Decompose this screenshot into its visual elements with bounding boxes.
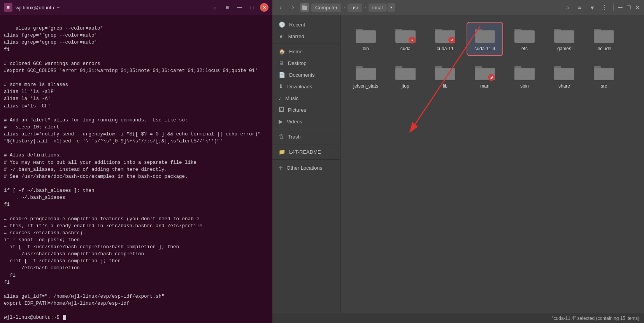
fm-sidebar: 🕐 Recent ★ Starred 🏠 Home 🖥 Desktop 📄 Do…: [272, 15, 340, 313]
svg-rect-15: [476, 31, 494, 42]
fm-maximize-button[interactable]: □: [625, 4, 632, 11]
sidebar-label-videos: Videos: [287, 119, 302, 125]
sidebar-divider-3: [272, 144, 340, 144]
terminal-text: alias grep='grep --color=auto' alias fgr…: [4, 26, 264, 306]
folder-name-cuda-11-4: cuda-11.4: [474, 46, 495, 52]
folder-item-jetson_stats[interactable]: jetson_stats: [348, 60, 383, 93]
folder-name-jetson_stats: jetson_stats: [353, 83, 378, 90]
folder-name-src: src: [601, 83, 607, 90]
terminal-titlebar: ⊞ wjl-linux@ubuntu: ~ ⌕ ≡ ─ □ ✕: [0, 0, 272, 15]
fm-statusbar: "cuda-11.4" selected (containing 15 item…: [272, 313, 644, 323]
fm-minimize-button[interactable]: ─: [617, 4, 624, 11]
folder-item-cuda[interactable]: cuda: [388, 23, 423, 55]
folder-name-cuda: cuda: [400, 46, 411, 52]
folder-name-share: share: [558, 83, 570, 90]
breadcrumb-local[interactable]: local: [369, 4, 387, 12]
terminal-title-left: ⊞ wjl-linux@ubuntu: ~: [4, 3, 60, 12]
folder-item-games[interactable]: games: [547, 23, 582, 55]
fm-menu-button[interactable]: ⋮: [599, 2, 610, 13]
folder-icon-man: [474, 63, 496, 82]
breadcrumb-computer[interactable]: Computer: [311, 4, 341, 12]
folder-name-etc: etc: [521, 46, 528, 52]
sidebar-label-music: Music: [285, 95, 298, 101]
desktop-icon: 🖥: [279, 60, 284, 66]
terminal-window: ⊞ wjl-linux@ubuntu: ~ ⌕ ≡ ─ □ ✕ alias gr…: [0, 0, 272, 323]
sidebar-item-documents[interactable]: 📄 Documents: [272, 69, 340, 81]
folder-item-man[interactable]: man: [467, 60, 502, 93]
folder-icon-sbin: [514, 63, 535, 82]
folder-item-cuda-11-4[interactable]: cuda-11.4: [467, 23, 502, 55]
trash-icon: 🗑: [279, 133, 284, 140]
breadcrumb-dropdown[interactable]: ▾: [388, 3, 395, 12]
pictures-icon: 🖼: [279, 107, 284, 113]
folder-icon-src: [593, 63, 615, 82]
sidebar-label-pictures: Pictures: [288, 107, 306, 113]
fm-main-content: bin cuda cuda-11 cuda-11.4 etc games inc…: [340, 15, 644, 313]
folder-item-sbin[interactable]: sbin: [507, 60, 542, 93]
terminal-menu-button[interactable]: ≡: [223, 3, 232, 12]
fm-sort-button[interactable]: ▾: [587, 2, 598, 13]
fm-back-button[interactable]: ‹: [275, 2, 286, 12]
sidebar-label-downloads: Downloads: [287, 84, 312, 90]
shortcut-badge-cuda-11: [448, 37, 455, 44]
sidebar-divider-2: [272, 129, 340, 129]
l4t-icon: 📁: [279, 149, 285, 155]
folder-item-share[interactable]: share: [547, 60, 582, 93]
folder-icon-include: [593, 26, 615, 44]
svg-rect-1: [302, 5, 305, 7]
folder-icon-games: [553, 26, 575, 44]
fm-close-button[interactable]: ✕: [634, 4, 641, 11]
folder-name-cuda-11: cuda-11: [437, 46, 453, 52]
sidebar-label-l4t: L4T-README: [289, 149, 321, 155]
folder-name-lib: lib: [443, 83, 447, 90]
shortcut-badge-man: [488, 74, 495, 81]
fm-forward-button[interactable]: ›: [288, 2, 298, 12]
sidebar-item-downloads[interactable]: ⬇ Downloads: [272, 81, 340, 92]
sidebar-item-l4t[interactable]: 📁 L4T-README: [272, 146, 340, 158]
folder-item-jtop[interactable]: jtop: [388, 60, 423, 93]
fm-search-button[interactable]: ⌕: [562, 2, 573, 13]
folder-item-lib[interactable]: lib: [428, 60, 463, 93]
folder-name-bin: bin: [363, 46, 369, 52]
sidebar-item-videos[interactable]: ▶ Videos: [272, 116, 340, 127]
svg-rect-40: [515, 68, 534, 79]
svg-rect-46: [595, 68, 613, 79]
documents-icon: 📄: [279, 72, 285, 78]
sidebar-item-home[interactable]: 🏠 Home: [272, 46, 340, 57]
folder-item-etc[interactable]: etc: [507, 23, 542, 55]
sidebar-label-trash: Trash: [288, 134, 301, 140]
folder-icon-cuda: [395, 26, 416, 44]
folder-item-src[interactable]: src: [586, 60, 621, 93]
file-manager-window: ‹ › Computer › usr › local ▾ ⌕ ≡ ▾ ⋮ ─ □…: [272, 0, 644, 323]
svg-rect-24: [595, 31, 613, 42]
sidebar-item-trash[interactable]: 🗑 Trash: [272, 131, 340, 142]
sidebar-item-pictures[interactable]: 🖼 Pictures: [272, 104, 340, 116]
sidebar-label-home: Home: [289, 49, 303, 54]
folder-item-cuda-11[interactable]: cuda-11: [428, 23, 463, 55]
terminal-close-button[interactable]: ✕: [260, 3, 268, 12]
terminal-icon: ⊞: [4, 3, 12, 12]
shortcut-badge-cuda: [409, 37, 416, 44]
folder-name-sbin: sbin: [520, 83, 529, 90]
terminal-minimize-button[interactable]: ─: [235, 3, 244, 12]
fm-listview-button[interactable]: ≡: [574, 2, 585, 13]
sidebar-item-music[interactable]: ♪ Music: [272, 92, 340, 104]
terminal-search-button[interactable]: ⌕: [210, 3, 219, 12]
folder-icon-cuda-11: [434, 26, 456, 44]
terminal-content[interactable]: alias grep='grep --color=auto' alias fgr…: [0, 15, 272, 323]
other-add-icon: +: [279, 164, 283, 172]
folder-name-include: include: [597, 46, 611, 52]
svg-marker-12: [451, 39, 453, 41]
svg-rect-43: [555, 68, 574, 79]
music-icon: ♪: [279, 95, 281, 101]
fm-body: 🕐 Recent ★ Starred 🏠 Home 🖥 Desktop 📄 Do…: [272, 15, 644, 313]
folder-item-include[interactable]: include: [586, 23, 621, 55]
breadcrumb-usr[interactable]: usr: [347, 4, 362, 12]
sidebar-item-starred[interactable]: ★ Starred: [272, 30, 340, 42]
terminal-maximize-button[interactable]: □: [247, 3, 257, 12]
sidebar-item-other[interactable]: + Other Locations: [272, 161, 340, 175]
sidebar-item-desktop[interactable]: 🖥 Desktop: [272, 57, 340, 69]
folder-item-bin[interactable]: bin: [348, 23, 383, 55]
sidebar-item-recent[interactable]: 🕐 Recent: [272, 19, 340, 30]
videos-icon: ▶: [279, 118, 283, 125]
